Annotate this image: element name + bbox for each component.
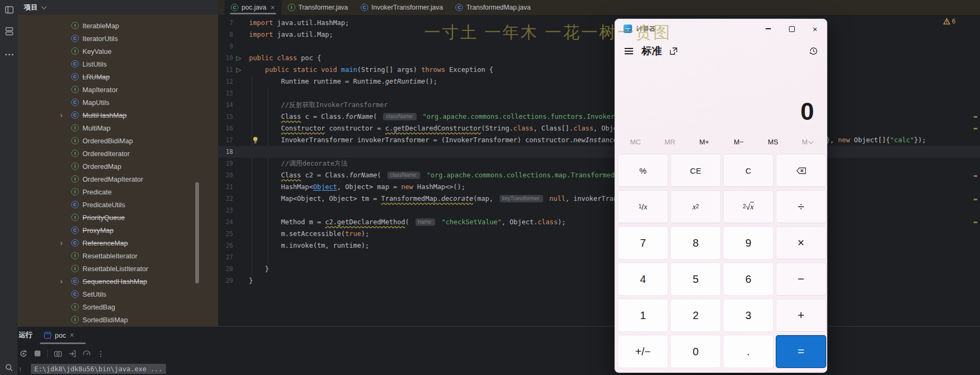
warning-stripe-mark[interactable] bbox=[974, 199, 977, 200]
tree-item[interactable]: CSetUtils bbox=[18, 288, 218, 300]
structure-tool-icon[interactable] bbox=[4, 26, 14, 36]
expand-output-icon[interactable]: ↑ bbox=[19, 365, 22, 373]
tree-item[interactable]: IPredicate bbox=[18, 185, 218, 198]
tree-item[interactable]: ISortedBag bbox=[18, 300, 218, 313]
tree-item[interactable]: IIterableMap bbox=[18, 19, 218, 32]
tree-item[interactable]: IOrderedMap bbox=[18, 160, 218, 173]
calc-key-×[interactable]: × bbox=[776, 226, 826, 259]
close-icon[interactable]: × bbox=[271, 3, 275, 12]
tree-item-label: ListUtils bbox=[82, 60, 107, 68]
calc-key-4[interactable]: 4 bbox=[618, 263, 668, 296]
warning-stripe-mark[interactable] bbox=[974, 175, 977, 177]
calc-key-+[interactable]: + bbox=[776, 299, 826, 332]
tree-item[interactable]: IMapIterator bbox=[18, 83, 218, 96]
stop-button[interactable] bbox=[33, 349, 42, 358]
calc-key-²√x[interactable]: 2√x bbox=[723, 190, 774, 223]
tree-item[interactable]: IPriorityQueue bbox=[18, 211, 218, 224]
warning-stripe-mark[interactable] bbox=[974, 116, 977, 118]
calc-key-=[interactable]: = bbox=[776, 335, 826, 368]
calc-key-−[interactable]: − bbox=[776, 263, 826, 296]
tree-item[interactable]: CListUtils bbox=[18, 58, 218, 70]
editor-tab[interactable]: CTransformedMap.java bbox=[449, 0, 537, 15]
warning-stripe-mark[interactable] bbox=[974, 222, 977, 223]
calc-key-2[interactable]: 2 bbox=[670, 299, 721, 332]
tree-item[interactable]: IResettableIterator bbox=[18, 249, 218, 262]
tree-item[interactable]: ›CMultiHashMap bbox=[18, 109, 218, 121]
calc-key-÷[interactable]: ÷ bbox=[776, 190, 826, 223]
calc-key-3[interactable]: 3 bbox=[723, 299, 774, 332]
calc-key-1/x[interactable]: 1/x bbox=[618, 190, 668, 223]
camera-icon[interactable] bbox=[53, 349, 62, 358]
tree-item[interactable]: CIteratorUtils bbox=[18, 32, 218, 45]
calculator-titlebar[interactable]: 计算器 × bbox=[615, 19, 827, 38]
calc-key-5[interactable]: 5 bbox=[670, 263, 721, 296]
calc-key-x²[interactable]: x2 bbox=[670, 190, 721, 223]
warning-stripe-mark[interactable] bbox=[974, 128, 977, 129]
memory-button-M[interactable]: M bbox=[790, 135, 825, 149]
calc-key-+/−[interactable]: +/− bbox=[618, 335, 668, 368]
calc-key-0[interactable]: 0 bbox=[670, 335, 721, 368]
expand-chevron-icon[interactable]: › bbox=[60, 109, 63, 121]
tree-item-label: ResettableIterator bbox=[82, 252, 137, 260]
tree-item[interactable]: CLRUMap bbox=[18, 70, 218, 83]
calc-key-9[interactable]: 9 bbox=[723, 226, 774, 259]
tree-item[interactable]: IResettableListIterator bbox=[18, 262, 218, 275]
rerun-button[interactable] bbox=[19, 349, 28, 358]
history-icon[interactable] bbox=[809, 46, 818, 56]
calc-key-CE[interactable]: CE bbox=[670, 154, 721, 187]
memory-button-MR[interactable]: MR bbox=[653, 135, 687, 149]
close-button[interactable]: × bbox=[803, 19, 827, 38]
calc-key-7[interactable]: 7 bbox=[618, 226, 668, 259]
memory-button-MC[interactable]: MC bbox=[618, 135, 653, 149]
more-tools-icon[interactable] bbox=[4, 49, 14, 60]
tree-scrollbar[interactable] bbox=[195, 182, 199, 283]
maximize-button[interactable] bbox=[780, 19, 803, 38]
chevron-down-icon[interactable] bbox=[41, 4, 47, 10]
tree-item[interactable]: CPredicateUtils bbox=[18, 198, 218, 211]
calc-key-8[interactable]: 8 bbox=[670, 226, 721, 259]
keep-on-top-icon[interactable] bbox=[669, 47, 678, 55]
tree-item[interactable]: ›CSequencedHashMap bbox=[18, 275, 218, 288]
tree-item[interactable]: IKeyValue bbox=[18, 45, 218, 58]
code-editor[interactable]: 7import java.util.HashMap;8import java.u… bbox=[218, 15, 980, 326]
editor-tab[interactable]: Cpoc.java× bbox=[225, 0, 281, 15]
tree-item[interactable]: IOrderedBidiMap bbox=[18, 134, 218, 147]
memory-button-MS[interactable]: MS bbox=[756, 135, 791, 149]
line-number: 10 bbox=[218, 52, 233, 64]
jump-to-icon[interactable] bbox=[68, 349, 77, 358]
run-gutter-icon[interactable]: ▷ bbox=[236, 52, 241, 64]
close-icon[interactable]: × bbox=[70, 331, 74, 339]
project-tool-icon[interactable] bbox=[4, 4, 14, 15]
minimize-button[interactable] bbox=[757, 19, 780, 38]
more-kebab-icon[interactable]: ⋮ bbox=[96, 349, 105, 358]
code-line: Constructor constructor = c.getDeclaredC… bbox=[249, 123, 666, 134]
gauge-icon[interactable] bbox=[82, 349, 91, 358]
menu-hamburger-icon[interactable] bbox=[625, 48, 633, 54]
expand-chevron-icon[interactable]: › bbox=[60, 237, 63, 249]
tree-item[interactable]: ISortedBidiMap bbox=[18, 313, 218, 326]
tree-item[interactable]: IMultiMap bbox=[18, 121, 218, 134]
tree-item[interactable]: ›CReferenceMap bbox=[18, 237, 218, 249]
expand-chevron-icon[interactable]: › bbox=[60, 275, 63, 288]
run-gutter-icon[interactable]: ▷ bbox=[236, 64, 241, 76]
calc-key-6[interactable]: 6 bbox=[723, 263, 774, 296]
editor-tab[interactable]: CInvokerTransformer.java bbox=[354, 0, 449, 15]
calc-key-.[interactable]: . bbox=[723, 335, 774, 368]
tree-item[interactable]: IOrderedMapIterator bbox=[18, 173, 218, 185]
run-tab[interactable]: poc × bbox=[44, 329, 74, 341]
tree-item[interactable]: CProxyMap bbox=[18, 224, 218, 237]
project-panel-header[interactable]: 项目 bbox=[18, 0, 218, 15]
calc-key-%[interactable]: % bbox=[618, 154, 668, 187]
search-icon[interactable] bbox=[4, 362, 14, 373]
tree-item[interactable]: CMapUtils bbox=[18, 96, 218, 109]
calc-key-backspace[interactable] bbox=[776, 154, 826, 187]
editor-tab[interactable]: ITransformer.java bbox=[281, 0, 354, 15]
project-tree[interactable]: IIterableMapCIteratorUtilsIKeyValueCList… bbox=[18, 15, 218, 326]
inspections-widget[interactable]: 6 bbox=[943, 18, 956, 25]
calc-key-1[interactable]: 1 bbox=[618, 299, 668, 332]
calc-key-C[interactable]: C bbox=[723, 154, 774, 187]
run-command-line[interactable]: E:\jdk8\jdk8u56\bin\java.exe ... bbox=[31, 364, 167, 374]
tree-item[interactable]: IOrderedIterator bbox=[18, 147, 218, 160]
memory-button-M+[interactable]: M+ bbox=[687, 135, 721, 149]
memory-button-M[interactable]: M− bbox=[721, 135, 756, 149]
